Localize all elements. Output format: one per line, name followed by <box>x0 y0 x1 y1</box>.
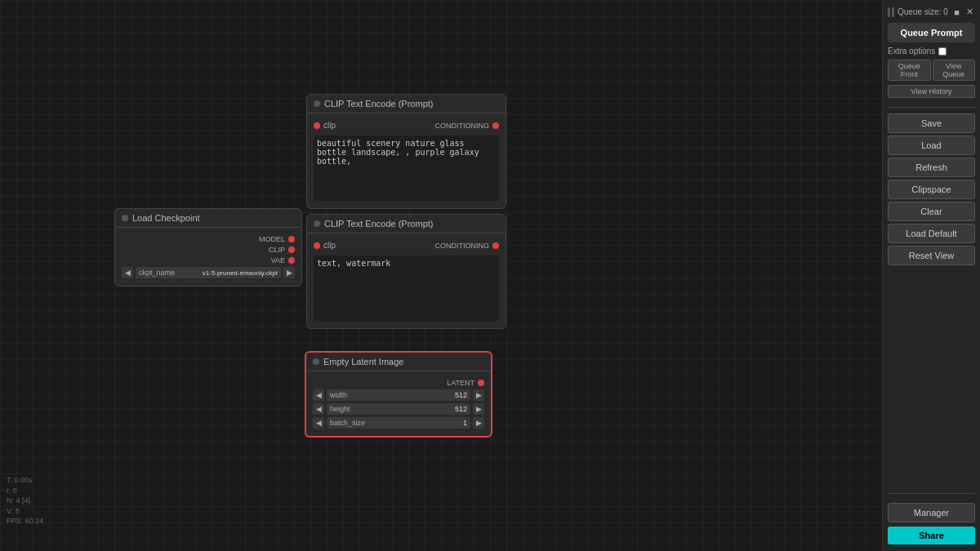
clip-encode-node-2: CLIP Text Encode (Prompt) clip CONDITION… <box>306 214 506 329</box>
clip1-out-label: CONDITIONING <box>435 122 490 130</box>
spacer <box>888 268 975 487</box>
clip1-status-dot <box>314 100 320 107</box>
reset-view-button[interactable]: Reset View <box>888 246 975 265</box>
batch-dec-btn[interactable]: ◀ <box>313 417 324 429</box>
ckpt-label: ckpt_name <box>139 269 175 277</box>
load-button[interactable]: Load <box>888 136 975 155</box>
clip1-in-label: clip <box>323 121 336 130</box>
stat-fps: FPS: 60.24 <box>7 516 43 527</box>
clip1-out-dot <box>492 122 499 129</box>
width-inc-btn[interactable]: ▶ <box>473 389 484 401</box>
port-row-clip: CLIP <box>122 246 295 254</box>
divider-1 <box>888 107 975 108</box>
clip2-body: clip CONDITIONING text, watermark <box>307 233 506 328</box>
clip1-in-dot <box>314 122 320 129</box>
extra-options-label: Extra options <box>888 47 935 56</box>
stat-t: T: 0.00s <box>7 475 43 486</box>
batch-size-row[interactable]: ◀ batch_size 1 ▶ <box>313 417 484 429</box>
stats-overlay: T: 0.00s I: 0 N: 4 [4] V: 8 FPS: 60.24 <box>7 475 43 527</box>
latent-title: Empty Latent Image <box>323 357 484 367</box>
height-dec-btn[interactable]: ◀ <box>313 403 324 415</box>
clip2-port-right: CONDITIONING <box>435 242 500 250</box>
extra-options-row: Extra options <box>888 47 975 56</box>
clip-port-dot <box>288 247 295 253</box>
height-inc-btn[interactable]: ▶ <box>473 403 484 415</box>
ckpt-prev-btn[interactable]: ◀ <box>122 267 133 278</box>
panel-dot-2 <box>892 7 894 17</box>
queue-prompt-button[interactable]: Queue Prompt <box>888 23 975 42</box>
extra-options-checkbox[interactable] <box>938 47 947 56</box>
panel-drag-handle <box>888 7 894 17</box>
clip2-in-label: clip <box>323 241 336 250</box>
autorun-toggle[interactable]: ■ <box>952 7 961 17</box>
stat-i: I: 0 <box>7 486 43 496</box>
clip2-title: CLIP Text Encode (Prompt) <box>324 219 499 229</box>
node-title: Load Checkpoint <box>132 213 295 223</box>
width-value: 512 <box>455 391 467 399</box>
ckpt-next-btn[interactable]: ▶ <box>283 267 295 278</box>
latent-out-label: LATENT <box>447 379 474 387</box>
manager-button[interactable]: Manager <box>888 503 975 522</box>
batch-inc-btn[interactable]: ▶ <box>473 417 484 429</box>
port-row-model: MODEL <box>122 235 295 243</box>
node-header: Load Checkpoint <box>115 209 301 228</box>
clip2-port-row: clip CONDITIONING <box>314 241 499 250</box>
clip1-port-row: clip CONDITIONING <box>314 121 499 130</box>
node-body: MODEL CLIP VAE ◀ ckpt_name v1-5-pruned-e… <box>115 228 301 286</box>
clear-button[interactable]: Clear <box>888 202 975 221</box>
height-label: height <box>330 405 350 413</box>
width-bar: width 512 <box>327 389 470 401</box>
view-history-btn[interactable]: View History <box>888 85 975 98</box>
port-right-clip: CLIP <box>269 246 295 254</box>
load-default-button[interactable]: Load Default <box>888 224 975 243</box>
vae-label: VAE <box>271 256 285 264</box>
latent-header: Empty Latent Image <box>306 353 491 371</box>
share-button[interactable]: Share <box>888 527 975 544</box>
latent-out-right: LATENT <box>447 379 484 387</box>
ckpt-value: v1-5-pruned-emaonly.ckpt <box>203 269 278 277</box>
batch-label: batch_size <box>330 419 365 427</box>
refresh-button[interactable]: Refresh <box>888 158 975 177</box>
latent-out-row: LATENT <box>313 379 484 387</box>
batch-value: 1 <box>463 419 467 427</box>
clip1-header: CLIP Text Encode (Prompt) <box>307 95 506 113</box>
width-row[interactable]: ◀ width 512 ▶ <box>313 389 484 401</box>
save-button[interactable]: Save <box>888 113 975 133</box>
clip1-port-right: CONDITIONING <box>435 122 500 130</box>
right-panel: Queue size: 0 ■ ✕ Queue Prompt Extra opt… <box>882 0 980 551</box>
model-port-dot <box>288 236 295 242</box>
clipspace-button[interactable]: Clipspace <box>888 180 975 199</box>
empty-latent-node: Empty Latent Image LATENT ◀ width 512 ▶ … <box>305 351 492 438</box>
vae-port-dot <box>288 257 295 264</box>
clip2-textarea[interactable]: text, watermark <box>314 256 499 321</box>
stat-n: N: 4 [4] <box>7 495 43 506</box>
latent-body: LATENT ◀ width 512 ▶ ◀ height 512 ▶ ◀ <box>306 371 491 436</box>
clip-label: CLIP <box>269 246 285 254</box>
clip1-title: CLIP Text Encode (Prompt) <box>324 99 499 109</box>
port-row-vae: VAE <box>122 256 295 264</box>
ckpt-name-row[interactable]: ◀ ckpt_name v1-5-pruned-emaonly.ckpt ▶ <box>122 267 295 278</box>
clip1-textarea[interactable]: beautiful scenery nature glass bottle la… <box>314 136 499 201</box>
load-checkpoint-node: Load Checkpoint MODEL CLIP VAE ◀ <box>114 208 302 287</box>
stat-v: V: 8 <box>7 506 43 517</box>
width-dec-btn[interactable]: ◀ <box>313 389 324 401</box>
view-queue-btn[interactable]: View Queue <box>933 60 976 81</box>
panel-dot-1 <box>888 7 890 17</box>
clip2-out-label: CONDITIONING <box>435 242 490 250</box>
batch-bar: batch_size 1 <box>327 417 470 429</box>
latent-out-dot <box>478 380 484 386</box>
height-value: 512 <box>455 405 467 413</box>
close-panel-btn[interactable]: ✕ <box>964 7 975 17</box>
clip2-in-dot <box>314 242 320 249</box>
height-row[interactable]: ◀ height 512 ▶ <box>313 403 484 415</box>
queue-size-label: Queue size: 0 <box>898 7 949 16</box>
height-bar: height 512 <box>327 403 470 415</box>
port-right-model: MODEL <box>259 235 295 243</box>
clip2-port-left: clip <box>314 241 336 250</box>
clip2-header: CLIP Text Encode (Prompt) <box>307 215 506 233</box>
model-label: MODEL <box>259 235 285 243</box>
latent-status-dot <box>313 358 319 365</box>
ckpt-name-bar: ckpt_name v1-5-pruned-emaonly.ckpt <box>136 267 281 278</box>
port-right-vae: VAE <box>271 256 295 264</box>
queue-front-btn[interactable]: Queue Front <box>888 60 931 81</box>
